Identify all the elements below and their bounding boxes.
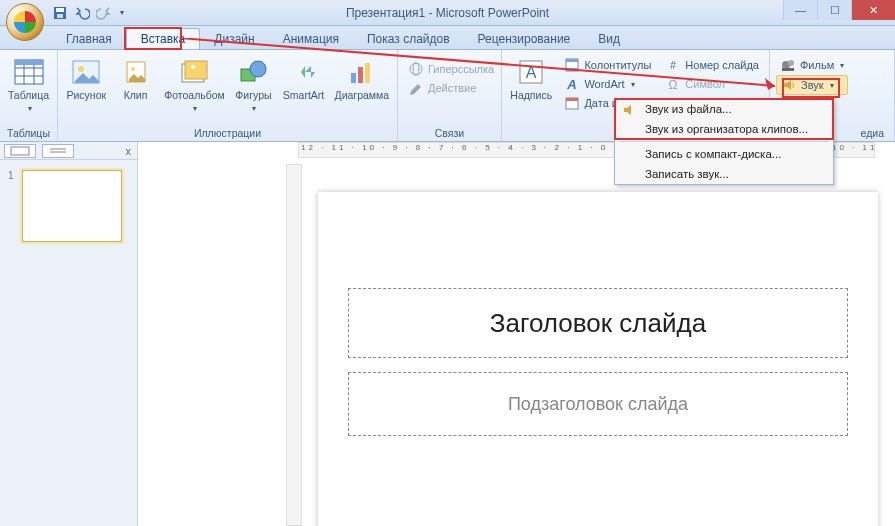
slide-canvas[interactable]: Заголовок слайда Подзаголовок слайда	[318, 192, 878, 526]
clip-icon	[120, 56, 152, 88]
chevron-down-icon: ▾	[840, 61, 844, 70]
tab-home[interactable]: Главная	[52, 29, 126, 49]
sound-from-cd[interactable]: Запись с компакт-диска...	[615, 144, 833, 164]
slide-mini-preview	[22, 170, 122, 242]
svg-rect-38	[11, 147, 29, 155]
group-tables-label: Таблицы	[6, 127, 51, 141]
svg-point-10	[78, 66, 84, 72]
quick-access-toolbar: ▾	[52, 5, 124, 21]
workspace: x 1 12 · 11 · 10 · 9 · 8 · 7 · 6 · 5 · 4…	[0, 142, 895, 526]
save-icon[interactable]	[52, 5, 68, 21]
window-controls: — ☐ ✕	[783, 0, 895, 20]
slide-number: 1	[8, 170, 14, 181]
qat-more-icon[interactable]: ▾	[120, 8, 124, 17]
menu-separator	[619, 141, 829, 142]
chevron-down-icon: ▾	[830, 81, 834, 90]
svg-line-36	[180, 38, 775, 86]
edit-area: 12 · 11 · 10 · 9 · 8 · 7 · 6 · 5 · 4 · 3…	[138, 142, 895, 526]
svg-point-12	[131, 67, 135, 71]
slide-panel-tabs: x	[0, 142, 137, 160]
redo-icon[interactable]	[96, 5, 112, 21]
table-icon	[13, 56, 45, 88]
chevron-down-icon: ▾	[28, 104, 32, 113]
sound-file-icon	[621, 102, 637, 118]
svg-rect-30	[566, 98, 578, 101]
chevron-down-icon: ▾	[193, 104, 197, 113]
window-title: Презентация1 - Microsoft PowerPoint	[0, 6, 895, 20]
svg-marker-37	[765, 78, 775, 90]
red-arrow	[180, 38, 790, 98]
undo-icon[interactable]	[74, 5, 90, 21]
picture-icon	[70, 56, 102, 88]
title-placeholder[interactable]: Заголовок слайда	[348, 288, 848, 358]
table-button[interactable]: Таблица ▾	[6, 54, 51, 115]
panel-close-icon[interactable]: x	[126, 145, 132, 157]
table-label: Таблица	[8, 90, 49, 102]
svg-rect-1	[56, 8, 64, 12]
subtitle-placeholder[interactable]: Подзаголовок слайда	[348, 372, 848, 436]
office-button[interactable]	[6, 3, 44, 41]
group-tables: Таблица ▾ Таблицы	[0, 50, 58, 141]
office-logo-icon	[14, 11, 36, 33]
picture-button[interactable]: Рисунок	[64, 54, 109, 104]
maximize-button[interactable]: ☐	[817, 0, 851, 20]
slide-thumbnail[interactable]: 1	[8, 170, 129, 246]
clip-button[interactable]: Клип	[115, 54, 157, 104]
sound-dropdown: Звук из файла... Звук из организатора кл…	[614, 98, 834, 185]
minimize-button[interactable]: —	[783, 0, 817, 20]
sound-from-clip[interactable]: Звук из организатора клипов...	[615, 119, 833, 139]
title-bar: ▾ Презентация1 - Microsoft PowerPoint — …	[0, 0, 895, 26]
vertical-ruler	[286, 164, 302, 526]
slide-panel: x 1	[0, 142, 138, 526]
outline-tab-icon[interactable]	[42, 144, 74, 158]
svg-rect-8	[15, 60, 43, 65]
sound-record[interactable]: Записать звук...	[615, 164, 833, 184]
close-button[interactable]: ✕	[851, 0, 895, 20]
chevron-down-icon: ▾	[252, 104, 256, 113]
sound-from-file[interactable]: Звук из файла...	[615, 99, 833, 119]
svg-rect-2	[57, 14, 63, 18]
slides-tab-icon[interactable]	[4, 144, 36, 158]
